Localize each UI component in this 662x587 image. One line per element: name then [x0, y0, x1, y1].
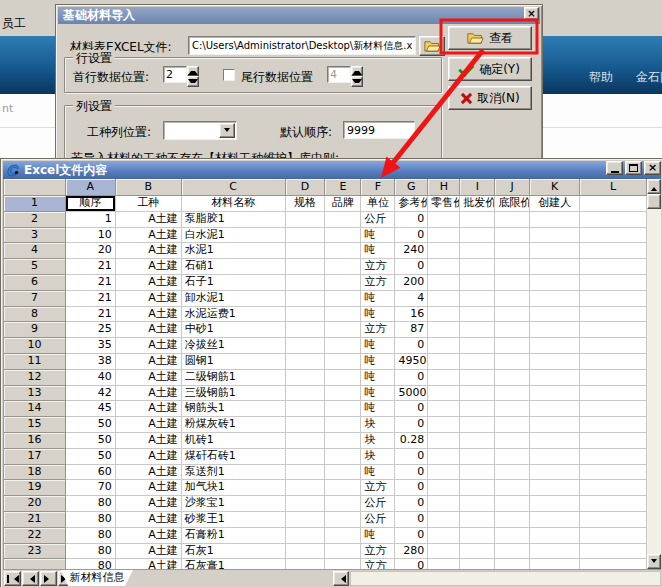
grid-cell[interactable] — [286, 465, 326, 481]
grid-cell[interactable]: 40 — [66, 370, 116, 386]
grid-cell[interactable] — [495, 307, 530, 323]
grid-cell[interactable] — [460, 528, 495, 544]
grid-cell[interactable]: 280 — [395, 544, 428, 560]
tail-row-checkbox[interactable] — [223, 69, 235, 81]
grid-cell[interactable]: 中砂1 — [182, 322, 286, 338]
grid-cell[interactable] — [428, 228, 460, 244]
grid-cell[interactable] — [428, 259, 460, 275]
grid-cell[interactable]: 块 — [361, 433, 395, 449]
grid-cell[interactable] — [325, 212, 361, 228]
close-button[interactable]: × — [644, 161, 661, 175]
grid-cell[interactable] — [325, 512, 361, 528]
grid-cell[interactable]: 21 — [66, 259, 116, 275]
grid-cell[interactable] — [286, 228, 326, 244]
grid-cell[interactable]: 三级钢筋1 — [182, 386, 286, 402]
grid-cell[interactable]: 吨 — [361, 465, 395, 481]
grid-cell[interactable]: 50 — [66, 417, 116, 433]
grid-cell[interactable] — [428, 291, 460, 307]
grid-cell[interactable]: 水泥运费1 — [182, 307, 286, 323]
browse-button[interactable] — [419, 36, 445, 56]
grid-cell[interactable] — [495, 275, 530, 291]
grid-cell[interactable]: 38 — [66, 354, 116, 370]
brand-menu-link[interactable]: 金石网 — [636, 69, 662, 86]
grid-cell[interactable] — [580, 433, 647, 449]
grid-cell[interactable]: 块 — [361, 417, 395, 433]
row-header[interactable]: 12 — [4, 370, 66, 386]
grid-cell[interactable]: 圆钢1 — [182, 354, 286, 370]
grid-cell[interactable]: 60 — [66, 465, 116, 481]
grid-cell[interactable] — [428, 433, 460, 449]
grid-cell[interactable] — [460, 496, 495, 512]
grid-cell[interactable] — [495, 386, 530, 402]
grid-cell[interactable] — [325, 544, 361, 560]
column-header-H[interactable]: H — [428, 179, 460, 196]
grid-cell[interactable] — [580, 480, 647, 496]
grid-cell[interactable]: 公斤 — [361, 212, 395, 228]
grid-cell[interactable]: 石硝1 — [182, 259, 286, 275]
grid-cell[interactable] — [286, 480, 326, 496]
grid-cell[interactable]: 钢筋头1 — [182, 401, 286, 417]
grid-cell[interactable] — [325, 559, 361, 569]
grid-cell[interactable]: A土建 — [116, 417, 182, 433]
grid-cell[interactable] — [325, 259, 361, 275]
grid-cell[interactable]: 吨 — [361, 370, 395, 386]
grid-cell[interactable] — [460, 322, 495, 338]
grid-cell[interactable] — [580, 528, 647, 544]
grid-cell[interactable] — [286, 307, 326, 323]
grid-cell[interactable] — [286, 544, 326, 560]
grid-cell[interactable] — [495, 259, 530, 275]
grid-cell[interactable] — [495, 559, 530, 569]
grid-cell[interactable] — [580, 354, 647, 370]
grid-cell[interactable]: 立方 — [361, 322, 395, 338]
grid-cell[interactable]: 80 — [66, 544, 116, 560]
grid-cell[interactable]: 10 — [66, 228, 116, 244]
grid-cell[interactable]: 5000 — [395, 386, 428, 402]
column-header-K[interactable]: K — [530, 179, 580, 196]
grid-cell[interactable] — [580, 291, 647, 307]
first-row-spin-up[interactable] — [187, 66, 199, 76]
grid-cell[interactable]: 21 — [66, 275, 116, 291]
row-header[interactable]: 7 — [4, 291, 66, 307]
grid-cell[interactable] — [325, 338, 361, 354]
grid-cell[interactable] — [428, 354, 460, 370]
row-header[interactable]: 13 — [4, 386, 66, 402]
grid-cell[interactable] — [286, 212, 326, 228]
row-header[interactable]: 19 — [4, 480, 66, 496]
ok-button[interactable]: 确定(Y) — [448, 57, 532, 81]
grid-cell[interactable] — [460, 307, 495, 323]
grid-cell[interactable]: 工种 — [116, 196, 182, 212]
grid-cell[interactable] — [495, 243, 530, 259]
grid-cell[interactable]: 二级钢筋1 — [182, 370, 286, 386]
grid-cell[interactable]: 50 — [66, 449, 116, 465]
grid-cell[interactable]: 80 — [66, 512, 116, 528]
row-header[interactable]: 20 — [4, 496, 66, 512]
grid-cell[interactable] — [286, 243, 326, 259]
grid-cell[interactable] — [530, 354, 580, 370]
grid-cell[interactable]: 20 — [66, 243, 116, 259]
grid-cell[interactable]: 87 — [395, 322, 428, 338]
grid-cell[interactable] — [530, 243, 580, 259]
grid-cell[interactable]: 单位 — [361, 196, 395, 212]
column-header-B[interactable]: B — [116, 179, 182, 196]
row-header[interactable]: 17 — [4, 449, 66, 465]
tail-row-spin-down[interactable] — [351, 76, 363, 87]
grid-cell[interactable] — [495, 401, 530, 417]
grid-cell[interactable]: 立方 — [361, 559, 395, 569]
grid-cell[interactable] — [428, 480, 460, 496]
grid-cell[interactable] — [428, 307, 460, 323]
scroll-up-button[interactable] — [647, 179, 661, 194]
grid-cell[interactable] — [580, 386, 647, 402]
grid-cell[interactable] — [428, 322, 460, 338]
column-header-F[interactable]: F — [361, 179, 395, 196]
grid-cell[interactable]: A土建 — [116, 386, 182, 402]
grid-cell[interactable] — [495, 449, 530, 465]
grid-cell[interactable] — [460, 243, 495, 259]
grid-cell[interactable] — [325, 354, 361, 370]
grid-cell[interactable] — [495, 496, 530, 512]
grid-cell[interactable]: 80 — [66, 496, 116, 512]
grid-cell[interactable] — [530, 386, 580, 402]
grid-cell[interactable] — [325, 449, 361, 465]
grid-cell[interactable]: 零售价 — [428, 196, 460, 212]
grid-cell[interactable]: 0 — [395, 228, 428, 244]
row-header[interactable]: 15 — [4, 417, 66, 433]
